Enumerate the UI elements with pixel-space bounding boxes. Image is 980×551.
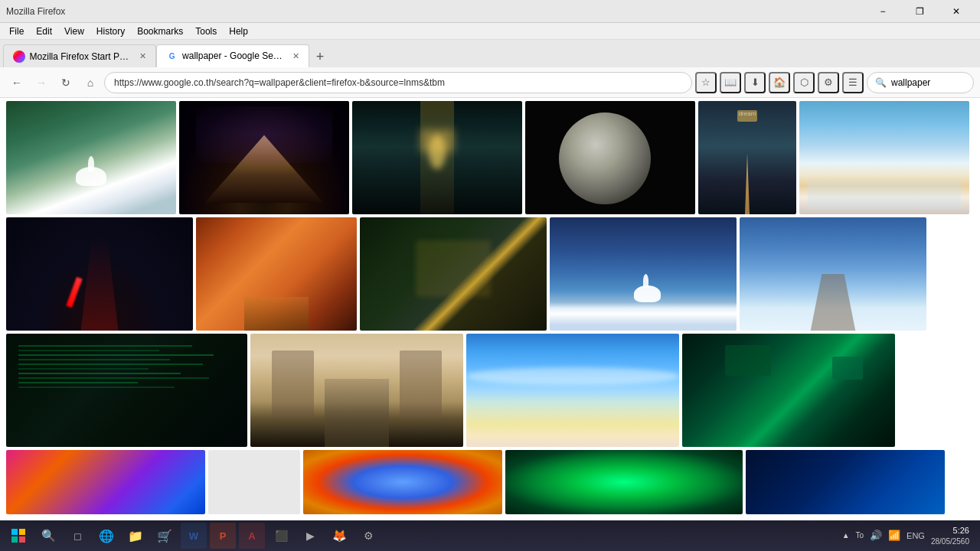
thumbnail-nighthouse[interactable] [682, 334, 895, 447]
image-row-3 [6, 334, 974, 447]
thumbnail-code[interactable] [6, 334, 247, 447]
search-input[interactable] [891, 77, 960, 88]
menu-item-history[interactable]: History [90, 24, 131, 38]
taskbar-media-icon[interactable]: ⬛ [268, 523, 294, 549]
taskbar-access-icon[interactable]: A [239, 523, 265, 549]
reading-mode-icon[interactable]: 📖 [720, 72, 741, 93]
clock-date: 28/05/2560 [931, 536, 969, 546]
taskbar-settings-icon[interactable]: ⚙ [355, 523, 381, 549]
pocket-icon[interactable]: ⬡ [793, 72, 815, 93]
url-input[interactable] [104, 72, 692, 93]
menu-item-tools[interactable]: Tools [189, 24, 223, 38]
google-favicon-icon: G [166, 50, 178, 62]
tab-firefox-label: Mozilla Firefox Start Page [30, 51, 132, 62]
taskbar-edge-icon[interactable]: 🌐 [93, 523, 119, 549]
titlebar: Mozilla Firefox − ❐ ✕ [0, 0, 980, 23]
firefox-favicon-icon [13, 51, 25, 63]
back-button[interactable]: ← [6, 72, 28, 93]
thumbnail-autumn[interactable] [196, 217, 357, 331]
tray-volume-icon[interactable]: 🔊 [870, 530, 882, 541]
bookmark-star-icon[interactable]: ☆ [695, 72, 717, 93]
thumbnail-swan[interactable] [6, 101, 176, 214]
minimize-button[interactable]: − [865, 0, 900, 23]
new-tab-button[interactable]: + [309, 46, 331, 67]
windows-logo-icon [11, 528, 26, 543]
system-clock[interactable]: 5:26 28/05/2560 [931, 525, 969, 546]
tab-firefox-close-icon[interactable]: ✕ [139, 51, 146, 61]
close-button[interactable]: ✕ [939, 0, 974, 23]
thumbnail-coastal[interactable] [799, 101, 969, 214]
tray-network-icon[interactable]: 📶 [888, 530, 900, 541]
menu-item-edit[interactable]: Edit [30, 24, 58, 38]
tabbar: Mozilla Firefox Start Page ✕ G wallpaper… [0, 40, 980, 67]
settings-icon[interactable]: ⚙ [818, 72, 839, 93]
taskbar-powerpoint-icon[interactable]: P [210, 523, 236, 549]
thumbnail-darkfig[interactable] [6, 217, 193, 331]
maximize-button[interactable]: ❐ [902, 0, 937, 23]
thumbnail-green[interactable] [505, 450, 743, 514]
tab-google-close-icon[interactable]: ✕ [292, 51, 299, 61]
svg-rect-1 [19, 529, 25, 535]
image-results: dream [0, 98, 980, 530]
home-button[interactable]: ⌂ [80, 72, 101, 93]
search-box: 🔍 [867, 72, 974, 93]
thumbnail-swan2[interactable] [550, 217, 737, 331]
thumbnail-mountain[interactable] [179, 101, 349, 214]
menu-icon[interactable]: ☰ [842, 72, 864, 93]
taskbar-search-button[interactable]: 🔍 [35, 523, 61, 549]
titlebar-left: Mozilla Firefox [6, 6, 65, 17]
menubar: FileEditViewHistoryBookmarksToolsHelp [0, 23, 980, 40]
system-tray: ▲ To 🔊 📶 ENG 5:26 28/05/2560 [842, 525, 975, 546]
thumbnail-nightstreet[interactable] [360, 217, 547, 331]
taskbar-taskview-button[interactable]: ◻ [64, 523, 90, 549]
svg-rect-0 [11, 529, 18, 535]
taskbar-store-icon[interactable]: 🛒 [152, 523, 178, 549]
taskbar-media2-icon[interactable]: ▶ [297, 523, 323, 549]
thumbnail-boardwalk[interactable] [250, 334, 463, 447]
taskbar-firefox-icon[interactable]: 🦊 [326, 523, 352, 549]
menu-item-help[interactable]: Help [223, 24, 254, 38]
image-row-1: dream [6, 101, 974, 214]
thumbnail-moon[interactable] [525, 101, 695, 214]
start-button[interactable] [5, 522, 32, 549]
titlebar-controls: − ❐ ✕ [865, 0, 974, 23]
image-row-2 [6, 217, 974, 331]
thumbnail-pier[interactable] [740, 217, 926, 331]
thumbnail-ocean[interactable] [466, 334, 679, 447]
tab-google-search[interactable]: G wallpaper - Google Search ✕ [156, 44, 309, 67]
reload-button[interactable]: ↻ [55, 72, 77, 93]
tab-google-label: wallpaper - Google Search [182, 51, 285, 61]
tray-lang-label[interactable]: ENG [906, 531, 925, 540]
thumbnail-darkblue[interactable] [746, 450, 945, 514]
menu-item-file[interactable]: File [3, 24, 30, 38]
download-icon[interactable]: ⬇ [744, 72, 766, 93]
svg-rect-3 [19, 536, 25, 543]
thumbnail-firefox2[interactable] [303, 450, 502, 514]
svg-rect-2 [11, 536, 18, 543]
thumbnail-road[interactable] [352, 101, 522, 214]
menu-item-bookmarks[interactable]: Bookmarks [131, 24, 189, 38]
browser-title: Mozilla Firefox [6, 6, 65, 17]
image-grid: dream [6, 101, 974, 514]
addressbar: ← → ↻ ⌂ ☆ 📖 ⬇ 🏠 ⬡ ⚙ ☰ 🔍 [0, 67, 980, 98]
thumbnail-colorful[interactable] [6, 450, 205, 514]
windows-taskbar: 🔍 ◻ 🌐 📁 🛒 W P A ⬛ ▶ 🦊 ⚙ ▲ To 🔊 📶 ENG 5:2… [0, 520, 980, 551]
tray-expand-icon[interactable]: ▲ [842, 531, 850, 540]
tray-notification-label: To [856, 531, 864, 540]
search-icon: 🔍 [875, 77, 887, 88]
menu-item-view[interactable]: View [58, 24, 90, 38]
taskbar-explorer-icon[interactable]: 📁 [122, 523, 149, 549]
image-row-4 [6, 450, 974, 514]
home-nav-icon[interactable]: 🏠 [769, 72, 790, 93]
thumbnail-eiffel[interactable]: dream [698, 101, 796, 214]
tab-firefox-start[interactable]: Mozilla Firefox Start Page ✕ [3, 44, 156, 67]
taskbar-word-icon[interactable]: W [181, 523, 207, 549]
clock-time: 5:26 [953, 525, 969, 536]
thumbnail-white[interactable] [208, 450, 300, 514]
forward-button[interactable]: → [31, 72, 52, 93]
